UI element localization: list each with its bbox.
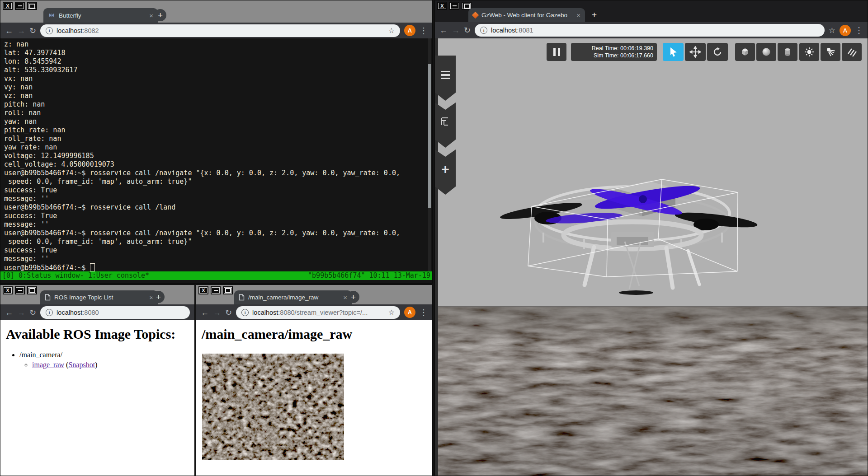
info-icon[interactable]: i bbox=[46, 27, 53, 34]
window-minimize-button[interactable] bbox=[15, 2, 25, 10]
translate-mode-button[interactable] bbox=[685, 43, 706, 61]
forward-button[interactable]: → bbox=[17, 27, 25, 35]
bookmark-star-icon[interactable]: ☆ bbox=[388, 26, 395, 35]
reload-button[interactable]: ↻ bbox=[29, 308, 36, 317]
profile-avatar[interactable]: A bbox=[404, 25, 415, 36]
minimize-icon bbox=[18, 5, 22, 6]
window-minimize-button[interactable] bbox=[449, 2, 459, 10]
window-maximize-button[interactable] bbox=[27, 286, 37, 294]
web-terminal[interactable]: z: nan lat: 47.3977418 lon: 8.5455942 al… bbox=[0, 38, 432, 283]
back-button[interactable]: ← bbox=[439, 26, 448, 34]
sim-time: Sim Time: 00:06:17.660 bbox=[594, 52, 653, 59]
new-tab-button[interactable]: + bbox=[154, 9, 166, 21]
gzweb-favicon bbox=[472, 12, 479, 19]
tab-butterfly[interactable]: Butterfly × bbox=[43, 8, 158, 23]
snapshot-link[interactable]: Snapshot bbox=[68, 361, 95, 369]
insert-box-button[interactable] bbox=[735, 43, 755, 61]
main-menu-tab[interactable] bbox=[435, 56, 456, 101]
bookmark-star-icon[interactable]: ☆ bbox=[829, 26, 835, 35]
back-button[interactable]: ← bbox=[201, 308, 209, 317]
terminal-line: success: True bbox=[4, 246, 426, 255]
select-mode-button[interactable] bbox=[663, 43, 684, 61]
tab-close-icon[interactable]: × bbox=[572, 11, 580, 19]
model-tree-tab[interactable] bbox=[435, 103, 456, 148]
terminal-line: success: True bbox=[4, 212, 426, 220]
spot-light-icon bbox=[825, 46, 836, 58]
rotate-mode-button[interactable] bbox=[707, 43, 728, 61]
address-bar[interactable]: i localhost:8081 bbox=[475, 24, 825, 37]
new-tab-button[interactable]: + bbox=[152, 291, 165, 303]
translate-icon bbox=[689, 46, 701, 58]
titlebar[interactable]: X ROS Image Topic List × + bbox=[0, 285, 194, 304]
window-maximize-button[interactable] bbox=[223, 286, 233, 294]
profile-avatar[interactable]: A bbox=[840, 25, 851, 36]
tab-close-icon[interactable]: × bbox=[339, 294, 347, 301]
forward-button[interactable]: → bbox=[452, 26, 460, 34]
browser-toolbar: ← → ↻ i localhost:8081 ☆ A ⋮ bbox=[435, 22, 868, 38]
browser-menu-icon[interactable]: ⋮ bbox=[855, 25, 863, 35]
window-minimize-button[interactable] bbox=[211, 286, 221, 294]
pause-button[interactable] bbox=[547, 43, 566, 61]
reload-button[interactable]: ↻ bbox=[29, 27, 36, 35]
image-raw-link[interactable]: image_raw bbox=[32, 361, 64, 369]
maximize-icon bbox=[29, 4, 35, 9]
profile-avatar[interactable]: A bbox=[404, 307, 415, 318]
spot-light-button[interactable] bbox=[821, 43, 840, 61]
point-light-button[interactable] bbox=[799, 43, 819, 61]
new-tab-button[interactable]: + bbox=[588, 9, 600, 21]
window-close-button[interactable]: X bbox=[3, 286, 13, 294]
info-icon[interactable]: i bbox=[480, 27, 487, 34]
ground-plane bbox=[435, 306, 868, 476]
window-minimize-button[interactable] bbox=[15, 286, 25, 294]
tab-stream-viewer[interactable]: /main_camera/image_raw × bbox=[234, 290, 352, 304]
terminal-browser-window: X Butterfly × + ← → ↻ i localhost:808 bbox=[0, 0, 433, 284]
sphere-icon bbox=[760, 46, 772, 58]
tmux-host-clock: "b99b5b466f74" 10:11 13-Mar-19 bbox=[308, 271, 430, 280]
reload-button[interactable]: ↻ bbox=[464, 26, 471, 34]
terminal-line: lat: 47.3977418 bbox=[4, 49, 426, 57]
back-button[interactable]: ← bbox=[5, 27, 13, 35]
window-close-button[interactable]: X bbox=[198, 286, 208, 294]
titlebar[interactable]: X Butterfly × + bbox=[0, 0, 432, 23]
address-bar[interactable]: i localhost:8080/stream_viewer?topic=/..… bbox=[236, 306, 400, 319]
info-icon[interactable]: i bbox=[46, 309, 53, 316]
back-button[interactable]: ← bbox=[5, 308, 13, 317]
tree-icon bbox=[439, 116, 451, 128]
window-close-button[interactable]: X bbox=[3, 2, 13, 10]
real-time: Real Time: 00:06:19.390 bbox=[592, 45, 653, 52]
tab-gzweb[interactable]: GzWeb - Web client for Gazebo × bbox=[468, 8, 585, 22]
selection-wireframe bbox=[528, 179, 738, 277]
window-controls: X bbox=[198, 286, 233, 294]
window-close-button[interactable]: X bbox=[437, 2, 447, 10]
bookmark-star-icon[interactable]: ☆ bbox=[388, 308, 395, 317]
new-tab-button[interactable]: + bbox=[347, 291, 359, 303]
terminal-scrollbar[interactable] bbox=[428, 38, 431, 271]
plus-icon: + bbox=[592, 10, 597, 20]
gazebo-viewport[interactable]: + Real Time: 00:06:19.390 Sim Time: 00:0… bbox=[435, 38, 868, 476]
insert-model-tab[interactable]: + bbox=[435, 149, 456, 195]
url-path: :8080/stream_viewer?topic=/... bbox=[278, 309, 368, 316]
directional-light-button[interactable] bbox=[842, 43, 862, 61]
address-bar[interactable]: i localhost:8080 bbox=[40, 306, 190, 319]
address-bar[interactable]: i localhost:8082 ☆ bbox=[40, 24, 400, 37]
window-maximize-button[interactable] bbox=[27, 2, 37, 10]
insert-cylinder-button[interactable] bbox=[778, 43, 797, 61]
forward-button[interactable]: → bbox=[17, 308, 25, 317]
list-item: image_raw (Snapshot) bbox=[32, 361, 194, 369]
reload-button[interactable]: ↻ bbox=[225, 308, 232, 317]
insert-sphere-button[interactable] bbox=[756, 43, 776, 61]
terminal-line: user@b99b5b466f74:~$ rosservice call /na… bbox=[4, 169, 426, 177]
scrollbar-thumb[interactable] bbox=[428, 64, 431, 208]
tab-close-icon[interactable]: × bbox=[145, 12, 153, 19]
forward-button[interactable]: → bbox=[213, 308, 221, 317]
titlebar[interactable]: X GzWeb - Web client for Gazebo × + bbox=[435, 0, 868, 22]
topics-browser-window: X ROS Image Topic List × + ← → ↻ i local… bbox=[0, 285, 195, 476]
info-icon[interactable]: i bbox=[241, 309, 249, 316]
terminal-line: alt: 535.330932617 bbox=[4, 66, 426, 75]
tab-ros-topic-list[interactable]: ROS Image Topic List × bbox=[40, 290, 158, 304]
close-icon: X bbox=[6, 288, 9, 293]
browser-menu-icon[interactable]: ⋮ bbox=[420, 308, 428, 317]
browser-menu-icon[interactable]: ⋮ bbox=[420, 26, 428, 36]
titlebar[interactable]: X /main_camera/image_raw × + bbox=[196, 285, 432, 304]
topic-list: /main_camera/ image_raw (Snapshot) bbox=[0, 351, 194, 369]
